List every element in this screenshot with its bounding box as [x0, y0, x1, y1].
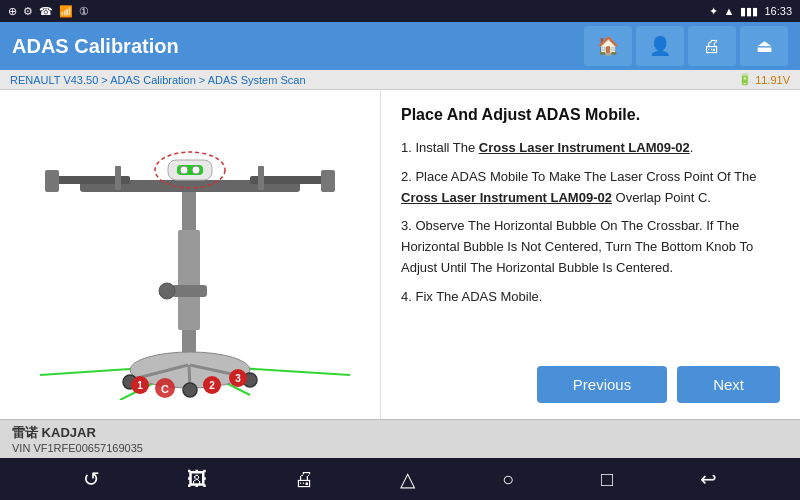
step1-prefix: 1. Install The	[401, 140, 479, 155]
vin-number: VIN VF1RFE00657169035	[12, 442, 788, 454]
home-taskbar-button[interactable]: △	[390, 463, 425, 495]
step1-instrument: Cross Laser Instrument LAM09-02	[479, 140, 690, 155]
svg-rect-17	[178, 230, 200, 330]
user-button[interactable]: 👤	[636, 26, 684, 66]
back-button[interactable]: ↩	[690, 463, 727, 495]
battery-icon: ▮▮▮	[740, 5, 758, 18]
breadcrumb: RENAULT V43.50 > ADAS Calibration > ADAS…	[0, 70, 800, 90]
svg-point-26	[183, 383, 197, 397]
svg-text:3: 3	[235, 373, 241, 384]
print-button[interactable]: 🖨	[688, 26, 736, 66]
main-content: 1 2 3 C Place And Adjust ADAS Mobile. 1.…	[0, 90, 800, 419]
gallery-button[interactable]: 🖼	[177, 464, 217, 495]
status-icons: ⊕ ⚙ ☎ 📶 ①	[8, 5, 89, 18]
car-name: 雷诺 KADJAR	[12, 424, 788, 442]
header: ADAS Calibration 🏠 👤 🖨 ⏏	[0, 22, 800, 70]
device-icon: ①	[79, 5, 89, 18]
svg-rect-18	[172, 285, 207, 297]
svg-text:2: 2	[209, 380, 215, 391]
refresh-button[interactable]: ↺	[73, 463, 110, 495]
step3-text: 3. Observe The Horizontal Bubble On The …	[401, 216, 780, 278]
wifi-status-icon: ▲	[724, 5, 735, 17]
next-button[interactable]: Next	[677, 366, 780, 403]
adas-diagram: 1 2 3 C	[20, 110, 360, 400]
footer: 雷诺 KADJAR VIN VF1RFE00657169035	[0, 419, 800, 458]
signal-icon: 📶	[59, 5, 73, 18]
exit-button[interactable]: ⏏	[740, 26, 788, 66]
svg-text:1: 1	[137, 380, 143, 391]
svg-point-16	[192, 166, 200, 174]
status-right: ✦ ▲ ▮▮▮ 16:33	[709, 5, 792, 18]
svg-point-19	[159, 283, 175, 299]
step2-instrument: Cross Laser Instrument LAM09-02	[401, 190, 612, 205]
svg-rect-8	[45, 170, 59, 192]
svg-point-15	[180, 166, 188, 174]
battery-small-icon: 🔋	[738, 73, 752, 86]
svg-rect-10	[115, 166, 121, 190]
status-bar: ⊕ ⚙ ☎ 📶 ① ✦ ▲ ▮▮▮ 16:33	[0, 0, 800, 22]
instructions-body: 1. Install The Cross Laser Instrument LA…	[401, 138, 780, 308]
home-button[interactable]: 🏠	[584, 26, 632, 66]
instructions-panel: Place And Adjust ADAS Mobile. 1. Install…	[380, 90, 800, 419]
step2-suffix: Overlap Point C.	[612, 190, 711, 205]
settings-icon: ⚙	[23, 5, 33, 18]
bluetooth-icon: ✦	[709, 5, 718, 18]
navigation-buttons: Previous Next	[401, 350, 780, 403]
print-taskbar-button[interactable]: 🖨	[284, 464, 324, 495]
svg-text:C: C	[161, 383, 169, 395]
circle-button[interactable]: ○	[492, 464, 524, 495]
bt-icon: ⊕	[8, 5, 17, 18]
svg-rect-9	[321, 170, 335, 192]
app-title: ADAS Calibration	[12, 35, 179, 58]
step4-text: 4. Fix The ADAS Mobile.	[401, 287, 780, 308]
taskbar: ↺ 🖼 🖨 △ ○ □ ↩	[0, 458, 800, 500]
phone-icon: ☎	[39, 5, 53, 18]
svg-rect-11	[258, 166, 264, 190]
voltage-display: 🔋 11.91V	[738, 73, 790, 86]
instructions-title: Place And Adjust ADAS Mobile.	[401, 106, 780, 124]
step2-prefix: 2. Place ADAS Mobile To Make The Laser C…	[401, 169, 757, 184]
square-button[interactable]: □	[591, 464, 623, 495]
clock: 16:33	[764, 5, 792, 17]
previous-button[interactable]: Previous	[537, 366, 667, 403]
header-actions: 🏠 👤 🖨 ⏏	[584, 26, 788, 66]
step1-suffix: .	[690, 140, 694, 155]
breadcrumb-path: RENAULT V43.50 > ADAS Calibration > ADAS…	[10, 74, 306, 86]
diagram-panel: 1 2 3 C	[0, 90, 380, 419]
